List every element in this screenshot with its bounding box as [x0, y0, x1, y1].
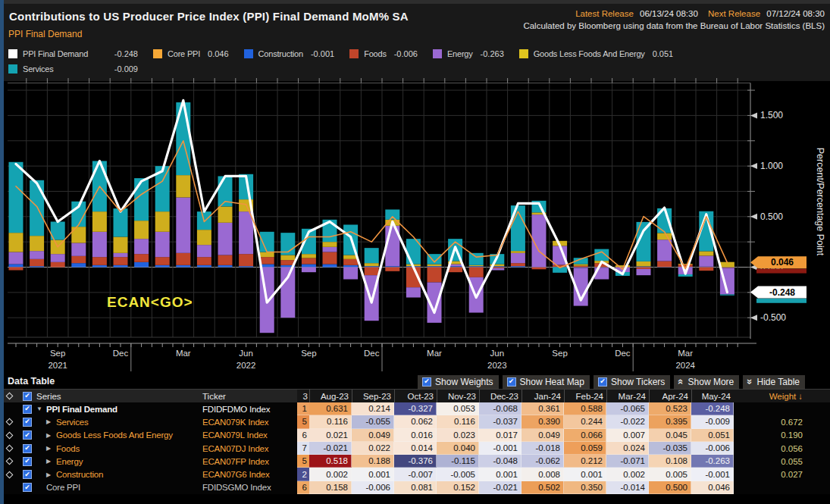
page-title: Contributions to US Producer Price Index… [9, 10, 409, 23]
legend-item-goods-less-foods-and-energy[interactable]: Goods Less Foods And Energy0.051 [519, 49, 673, 58]
legend-value: -0.009 [105, 64, 138, 74]
legend-item-foods[interactable]: Foods-0.006 [349, 49, 418, 58]
chart-area[interactable]: SepDecMarJunSepDecMarJunSepDecMar2021202… [0, 74, 830, 377]
value-cell-feb-24: 0.001 [564, 468, 606, 481]
table-row-goods-less-foods-and-energy[interactable]: ✔▶Goods Less Foods And EnergyECAN079L In… [0, 429, 830, 442]
column-header-month[interactable]: Nov-23 [437, 390, 479, 402]
expand-triangle-icon[interactable]: ▶ [46, 432, 56, 439]
column-header-month[interactable]: Mar-24 [606, 390, 649, 402]
value-cell-feb-24: 0.588 [564, 402, 606, 415]
series-name-cell[interactable]: ▶Construction [36, 468, 202, 481]
bar-segment-construction [385, 266, 399, 267]
expand-triangle-icon[interactable]: ▶ [46, 471, 56, 478]
x-tick-label: Jun [239, 349, 253, 358]
checkbox-checked[interactable]: ✔ [507, 377, 516, 387]
column-header-month[interactable]: Oct-23 [394, 390, 437, 402]
bar-segment-services [365, 248, 379, 263]
row-checkbox[interactable]: ✔ [23, 444, 32, 453]
legend-item-construction[interactable]: Construction-0.001 [244, 49, 335, 58]
table-row-ppi-final-demand[interactable]: ✔▼PPI Final DemandFDIDFDMO Index10.6310.… [0, 402, 830, 415]
bar-segment-foods [51, 262, 65, 268]
drag-handle-icon[interactable] [5, 445, 13, 452]
legend-item-energy[interactable]: Energy-0.263 [433, 49, 504, 58]
show-more-button[interactable]: «Show More [674, 375, 739, 389]
series-name-cell[interactable]: ▼PPI Final Demand [36, 402, 202, 415]
toggle-show-heat-map[interactable]: ✔Show Heat Map [503, 375, 590, 389]
bar-segment-construction [365, 266, 379, 267]
bar-segment-construction [71, 263, 86, 267]
value-cell-jan-24: 0.390 [521, 415, 564, 428]
toggle-show-tickers[interactable]: ✔Show Tickers [594, 375, 670, 389]
table-row-construction[interactable]: ✔▶ConstructionECAN07G6 Index20.0020.001-… [0, 468, 830, 481]
row-checkbox[interactable]: ✔ [23, 457, 32, 466]
row-checkbox[interactable]: ✔ [23, 470, 32, 479]
expand-triangle-icon[interactable]: ▶ [46, 418, 56, 425]
row-checkbox[interactable]: ✔ [23, 430, 32, 440]
row-checkbox-cell: ✔ [18, 429, 36, 442]
value-cell-sep-23: 0.188 [352, 455, 394, 468]
value-cell-may-24: 0.046 [691, 481, 734, 494]
value-cell-mar-24: 0.007 [606, 429, 649, 442]
table-row-core-ppi[interactable]: ✔Core PPIFDIDSGMO Index60.158-0.0060.081… [0, 481, 830, 494]
column-header-weight[interactable]: Weight↓ [734, 390, 830, 402]
bar-segment-foods [71, 256, 86, 263]
legend-item-core-ppi[interactable]: Core PPI0.046 [153, 49, 229, 58]
row-checkbox-cell: ✔ [18, 468, 36, 481]
ticker-cell: ECAN07G6 Index [202, 468, 297, 481]
bar-segment-services [134, 178, 149, 221]
series-name-cell[interactable]: ▶Energy [36, 455, 202, 468]
series-name-cell[interactable]: ▶Foods [36, 442, 202, 455]
table-row-foods[interactable]: ✔▶FoodsECAN07DJ Index7-0.0210.0220.0140.… [0, 442, 830, 455]
bar-segment-energy [218, 223, 233, 255]
y-tick-label: 1.000 [760, 161, 783, 171]
value-cell-aug-23: 0.116 [309, 415, 352, 428]
column-header-month[interactable]: Dec-23 [479, 390, 521, 402]
select-all-checkbox[interactable]: ✔ [23, 392, 32, 401]
ppi-contributions-chart[interactable]: SepDecMarJunSepDecMarJunSepDecMar2021202… [6, 74, 830, 377]
bar-segment-goods-less-foods-and-energy [155, 211, 170, 232]
series-name-cell[interactable]: Core PPI [36, 481, 202, 494]
series-name-cell[interactable]: ▶Goods Less Foods And Energy [36, 429, 202, 442]
legend-item-services[interactable]: Services-0.009 [8, 64, 138, 74]
source-note: Calculated by Bloomberg using data from … [523, 21, 825, 30]
drag-handle-icon[interactable] [5, 431, 13, 439]
bar-segment-construction [218, 265, 233, 268]
legend-item-ppi-final-demand[interactable]: PPI Final Demand-0.248 [8, 49, 138, 58]
hide-table-button[interactable]: »Hide Table [743, 375, 805, 389]
legend-swatch-construction [244, 49, 253, 58]
series-name-cell[interactable]: ▶Services [36, 415, 202, 428]
value-cell-nov-23: 0.152 [437, 481, 479, 494]
value-cell-mar-24: -0.014 [606, 481, 649, 494]
drag-handle-icon[interactable] [5, 458, 13, 465]
column-header-month[interactable]: Sep-23 [352, 390, 394, 402]
column-header-month[interactable]: Aug-23 [309, 390, 352, 402]
series-name: Core PPI [46, 483, 80, 492]
drag-handle-icon[interactable] [5, 418, 13, 426]
drag-handle-icon[interactable] [5, 393, 13, 400]
latest-release-label: Latest Release [575, 9, 634, 18]
row-checkbox[interactable]: ✔ [23, 418, 32, 427]
collapse-triangle-icon[interactable]: ▼ [36, 405, 46, 412]
column-header-month[interactable]: Feb-24 [564, 390, 606, 402]
x-tick-label: Sep [552, 349, 567, 358]
legend-swatch-foods [349, 49, 359, 58]
toggle-show-weights[interactable]: ✔Show Weights [418, 375, 498, 389]
bar-segment-foods [385, 268, 399, 271]
x-tick-label: Sep [301, 349, 316, 358]
checkbox-checked[interactable]: ✔ [422, 377, 431, 387]
value-cell-oct-23: 0.014 [394, 442, 437, 455]
table-header-row: ✔SeriesTicker3Aug-23Sep-23Oct-23Nov-23De… [0, 389, 830, 402]
checkbox-checked[interactable]: ✔ [598, 377, 607, 387]
bar-segment-foods [176, 253, 190, 265]
expand-triangle-icon[interactable]: ▶ [46, 458, 56, 465]
row-checkbox[interactable]: ✔ [23, 405, 32, 414]
drag-handle-icon[interactable] [5, 471, 13, 478]
column-header-month[interactable]: Jan-24 [521, 390, 564, 402]
column-header-month[interactable]: May-24 [691, 390, 734, 402]
value-cell-sep-23: -0.055 [352, 415, 394, 428]
row-checkbox[interactable]: ✔ [23, 483, 32, 492]
table-row-energy[interactable]: ✔▶EnergyECAN07FP Index50.5180.188-0.376-… [0, 455, 830, 468]
table-row-services[interactable]: ✔▶ServicesECAN079K Index50.116-0.0550.06… [0, 415, 830, 428]
expand-triangle-icon[interactable]: ▶ [46, 445, 56, 452]
column-header-month[interactable]: Apr-24 [649, 390, 691, 402]
